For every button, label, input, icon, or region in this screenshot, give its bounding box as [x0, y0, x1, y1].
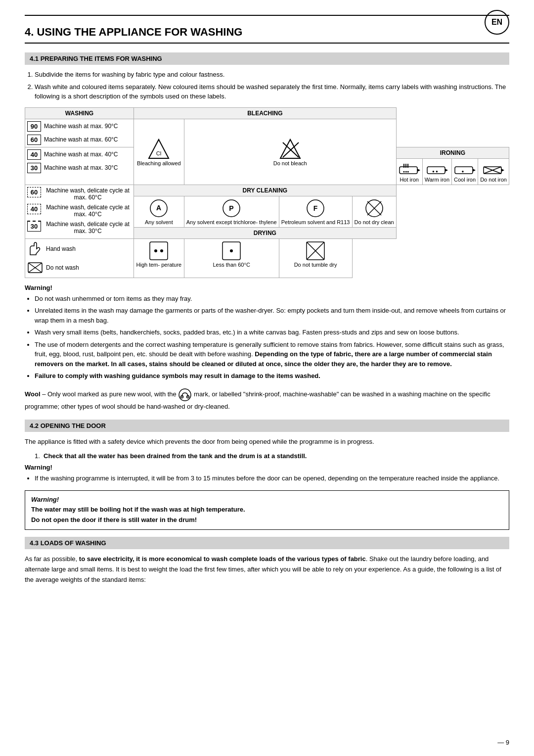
wash-30d-label: Machine wash, delicate cycle at max. 30°… — [44, 221, 132, 235]
bleach-allowed-label: Bleaching allowed — [137, 160, 181, 166]
petroleum-cell: F Petroleum solvent and R113 — [279, 196, 352, 227]
wash-40: 40 — [27, 149, 41, 160]
intro-item-1: Subdivide the items for washing by fabri… — [35, 70, 509, 80]
warning-item-2: Unrelated items in the wash may damage t… — [35, 306, 509, 325]
no-tumble-dry-icon — [306, 241, 325, 261]
warning-item-4: The use of modern detergents and the cor… — [35, 340, 509, 369]
less60-dry-icon — [222, 241, 241, 261]
any-solvent-except-icon: P — [222, 198, 241, 218]
svg-point-37 — [230, 249, 233, 252]
section-41-header: 4.1 PREPARING THE ITEMS FOR WASHING — [25, 52, 509, 65]
intro-list: Subdivide the items for washing by fabri… — [35, 70, 509, 101]
no-wash-label: Do not wash — [46, 264, 79, 271]
washing-header: WASHING — [25, 107, 134, 119]
hot-iron-icon: ●●● — [399, 161, 420, 176]
wash-90: 90 — [27, 121, 41, 132]
hot-iron-label: Hot iron — [399, 177, 420, 183]
warning-box: Warning! The water may still be boiling … — [25, 490, 509, 530]
any-solvent-except-cell: P Any solvent except trichloroe- thylene — [184, 196, 279, 227]
cool-iron-label: Cool iron — [454, 177, 476, 183]
warning-box-line-1: The water may still be boiling hot if th… — [31, 506, 245, 513]
hot-iron-cell: ●●● Hot iron — [396, 158, 422, 185]
svg-text:●: ● — [462, 169, 464, 174]
high-temp-label: High tem- perature — [136, 262, 182, 268]
warm-iron-label: Warm iron — [425, 177, 449, 183]
warning-list-2: If the washing programme is interrupted,… — [35, 473, 509, 483]
svg-text:P: P — [229, 204, 234, 212]
section-43-para: As far as possible, to save electricity,… — [25, 554, 509, 585]
less60-dry-cell: Less than 60°C — [184, 238, 279, 278]
no-bleach-label: Do not bleach — [186, 160, 394, 166]
wash-40-30-cell: 40 Machine wash at max. 40°C 30 Machine … — [25, 147, 134, 185]
wash-90-label: Machine wash at max. 90°C — [44, 123, 118, 130]
hand-wash-icon — [27, 241, 43, 257]
bleach-allowed-cell: Cl Bleaching allowed — [134, 119, 184, 185]
intro-item-2: Wash white and coloured items separately… — [35, 82, 509, 101]
warning-box-title: Warning! — [31, 496, 59, 503]
svg-text:F: F — [313, 204, 318, 212]
no-tumble-cell: Do not tumble dry — [279, 238, 352, 278]
no-iron-label: Do not iron — [480, 177, 507, 183]
hand-no-wash-cell: Hand wash Do not wash — [25, 238, 134, 278]
no-dry-clean-cell: Do not dry clean — [352, 196, 396, 227]
hand-wash-label: Hand wash — [46, 245, 76, 252]
warning-item-1: Do not wash unhemmed or torn items as th… — [35, 294, 509, 304]
wash-delicate-cell: 60 Machine wash, delicate cycle at max. … — [25, 185, 134, 238]
section-43: 4.3 LOADS OF WASHING As far as possible,… — [25, 537, 509, 585]
svg-rect-9 — [407, 164, 408, 168]
less60-label: Less than 60°C — [186, 262, 277, 268]
bleach-allowed-icon: Cl — [146, 138, 171, 159]
any-solvent-except-label: Any solvent except trichloroe- thylene — [186, 219, 277, 225]
warning2-item-1: If the washing programme is interrupted,… — [35, 473, 509, 483]
check-drain-item: 1. Check that all the water has been dra… — [35, 452, 509, 460]
dry-cleaning-header: DRY CLEANING — [134, 185, 397, 196]
warning-list-1: Do not wash unhemmed or torn items as th… — [35, 294, 509, 381]
warning-title-2: Warning! — [25, 464, 509, 471]
warning-section-1: Warning! Do not wash unhemmed or torn it… — [25, 284, 509, 381]
svg-rect-8 — [403, 164, 404, 168]
wool-paragraph: Wool – Only wool marked as pure new wool… — [25, 388, 509, 412]
svg-point-41 — [179, 389, 191, 401]
svg-point-34 — [154, 249, 157, 252]
wash-40-label: Machine wash at max. 40°C — [44, 151, 118, 158]
svg-marker-15 — [473, 169, 476, 172]
no-bleach-icon — [278, 138, 303, 159]
en-label: EN — [491, 18, 502, 27]
svg-marker-18 — [501, 169, 504, 172]
check-drain-bold: Check that all the water has been draine… — [44, 452, 307, 460]
any-solvent-cell: A Any solvent — [134, 196, 184, 227]
cool-iron-icon: ● — [454, 161, 476, 176]
svg-text:● ●: ● ● — [432, 169, 438, 174]
warning-title-1: Warning! — [25, 284, 509, 291]
wool-mark-icon — [178, 388, 192, 402]
svg-rect-33 — [150, 242, 168, 260]
warm-iron-cell: ● ● Warm iron — [422, 158, 451, 185]
warning-box-line-2: Do not open the door if there is still w… — [31, 516, 197, 523]
wash-60d: 60 — [27, 187, 41, 197]
section-42: 4.2 OPENING THE DOOR The appliance is fi… — [25, 420, 509, 530]
warm-iron-icon: ● ● — [426, 161, 448, 176]
section-42-para1: The appliance is fitted with a safety de… — [25, 437, 509, 447]
svg-text:●●●: ●●● — [402, 170, 409, 173]
section-43-header: 4.3 LOADS OF WASHING — [25, 537, 509, 549]
no-iron-icon — [483, 161, 504, 176]
high-temp-dry-icon — [149, 241, 169, 261]
en-badge: EN — [485, 10, 509, 35]
wash-60-label: Machine wash at max. 60°C — [44, 136, 118, 143]
high-temp-dry-cell: High tem- perature — [134, 238, 184, 278]
any-solvent-icon: A — [149, 198, 169, 218]
page-number: — 9 — [497, 739, 509, 746]
any-solvent-label: Any solvent — [136, 219, 182, 225]
drying-header: DRYING — [134, 227, 397, 238]
no-iron-cell: Do not iron — [478, 158, 509, 185]
cool-iron-cell: ● Cool iron — [452, 158, 478, 185]
ironing-header: IRONING — [396, 147, 509, 158]
no-dry-clean-icon — [364, 198, 384, 218]
wash-40d: 40 — [27, 204, 41, 214]
svg-point-35 — [160, 249, 163, 252]
no-tumble-label: Do not tumble dry — [281, 262, 350, 268]
bleaching-header: BLEACHING — [134, 107, 397, 119]
svg-text:A: A — [156, 204, 161, 212]
main-title: 4. USING THE APPLIANCE FOR WASHING — [25, 26, 509, 44]
wash-30d: 30 — [27, 221, 41, 232]
